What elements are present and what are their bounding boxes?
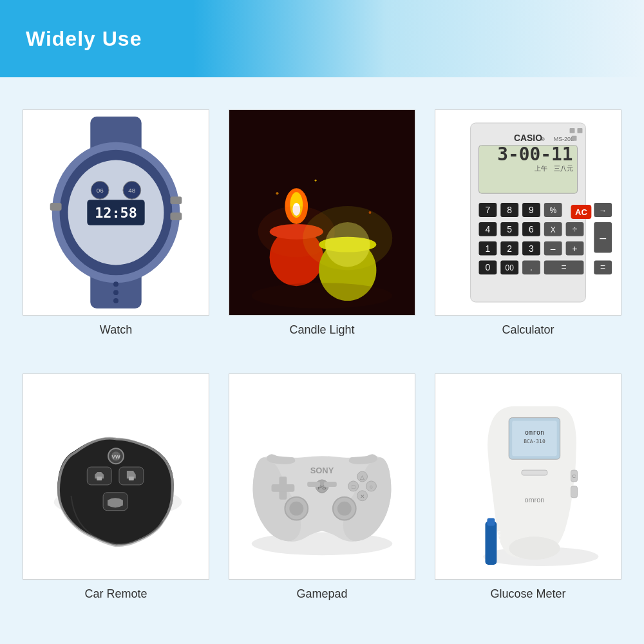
svg-text:○: ○	[370, 484, 373, 490]
svg-text:®: ®	[541, 137, 545, 142]
svg-point-30	[315, 180, 317, 182]
svg-text:+: +	[572, 243, 577, 254]
svg-text:4: 4	[486, 224, 491, 234]
candle-image-box	[229, 109, 415, 316]
car-remote-illustration: VW	[23, 374, 209, 579]
svg-rect-11	[170, 196, 182, 204]
svg-text:.: .	[530, 262, 533, 272]
svg-text:=: =	[562, 262, 567, 272]
svg-text:–: –	[551, 243, 556, 254]
svg-rect-114	[307, 482, 320, 487]
svg-text:3-00-11: 3-00-11	[497, 144, 573, 165]
svg-text:48: 48	[128, 187, 136, 194]
gamepad-label: Gamepad	[296, 587, 347, 601]
svg-text:5: 5	[507, 224, 512, 234]
svg-rect-125	[485, 522, 497, 565]
svg-text:上午　三八元: 上午 三八元	[535, 165, 573, 172]
svg-rect-90	[129, 477, 134, 480]
glucose-meter-image-box: omron BCA-310 C omron omron	[435, 374, 621, 580]
svg-point-15	[113, 290, 118, 295]
svg-point-28	[252, 283, 392, 308]
svg-point-113	[337, 502, 352, 516]
grid-item-candle-light: Candle Light	[219, 103, 425, 367]
svg-rect-88	[97, 477, 102, 480]
svg-point-16	[113, 298, 118, 303]
candle-label: Candle Light	[289, 323, 354, 337]
svg-text:X: X	[551, 225, 556, 234]
svg-rect-115	[324, 482, 337, 487]
svg-point-29	[276, 192, 278, 194]
svg-point-31	[368, 211, 371, 214]
svg-rect-12	[170, 213, 182, 220]
header-banner: Widely Use	[0, 0, 644, 77]
svg-text:BCA-310: BCA-310	[524, 439, 545, 444]
svg-rect-123	[571, 486, 578, 498]
watch-image-box: 12:58 06 48	[23, 109, 209, 316]
svg-text:✕: ✕	[360, 493, 365, 500]
svg-rect-37	[577, 128, 582, 133]
svg-rect-124	[522, 470, 547, 475]
gamepad-illustration: SONY PS △ ○ □ ✕	[229, 374, 415, 579]
svg-point-111	[289, 502, 303, 516]
svg-text:7: 7	[486, 205, 491, 215]
svg-text:→: →	[599, 206, 607, 215]
calculator-label: Calculator	[502, 323, 554, 337]
watch-label: Watch	[100, 323, 132, 337]
svg-text:omron: omron	[497, 531, 501, 544]
grid-item-glucose-meter: omron BCA-310 C omron omron Glucose Mete…	[425, 367, 631, 631]
calculator-illustration: CASIO ® MS-20B 3-00-11 上午 三八元 AC 7	[435, 110, 621, 315]
svg-text:2: 2	[507, 243, 512, 254]
svg-point-95	[252, 532, 392, 555]
svg-text:3: 3	[529, 243, 534, 254]
svg-text:06: 06	[97, 187, 104, 194]
product-grid: 12:58 06 48 Watch	[0, 77, 644, 644]
car-remote-label: Car Remote	[84, 587, 147, 601]
svg-text:=: =	[600, 262, 605, 272]
calculator-image-box: CASIO ® MS-20B 3-00-11 上午 三八元 AC 7	[435, 109, 621, 316]
svg-point-129	[509, 536, 560, 560]
svg-text:0: 0	[486, 262, 491, 272]
svg-text:1: 1	[486, 243, 491, 254]
car-remote-image-box: VW	[23, 374, 209, 580]
svg-text:MS-20B: MS-20B	[554, 136, 574, 142]
svg-text:6: 6	[529, 224, 534, 234]
grid-item-car-remote: VW Car Remote	[13, 367, 219, 631]
svg-text:VW: VW	[112, 454, 120, 460]
svg-text:AC: AC	[575, 207, 587, 217]
grid-item-gamepad: SONY PS △ ○ □ ✕	[219, 367, 425, 631]
svg-point-14	[113, 281, 118, 287]
svg-text:△: △	[360, 474, 365, 480]
grid-item-watch: 12:58 06 48 Watch	[13, 103, 219, 367]
svg-text:%: %	[549, 206, 556, 215]
svg-text:9: 9	[529, 205, 534, 215]
svg-text:8: 8	[507, 205, 512, 215]
svg-rect-38	[572, 136, 577, 141]
svg-rect-97	[272, 484, 295, 492]
svg-text:12:58: 12:58	[95, 205, 137, 221]
glucose-meter-illustration: omron BCA-310 C omron omron	[435, 374, 621, 579]
svg-text:omron: omron	[524, 496, 544, 504]
svg-rect-36	[570, 128, 575, 133]
svg-text:SONY: SONY	[310, 466, 334, 475]
glucose-meter-label: Glucose Meter	[490, 587, 565, 601]
header-title: Widely Use	[13, 22, 155, 56]
svg-text:÷: ÷	[573, 224, 578, 234]
svg-text:CASIO: CASIO	[514, 133, 542, 143]
svg-text:–: –	[600, 231, 606, 244]
watch-illustration: 12:58 06 48	[23, 110, 209, 315]
svg-text:C: C	[573, 473, 576, 479]
svg-text:omron: omron	[525, 429, 544, 436]
svg-text:00: 00	[506, 263, 515, 272]
svg-text:□: □	[352, 484, 355, 490]
grid-item-calculator: CASIO ® MS-20B 3-00-11 上午 三八元 AC 7	[425, 103, 631, 367]
svg-rect-126	[487, 518, 495, 526]
gamepad-image-box: SONY PS △ ○ □ ✕	[229, 374, 415, 580]
svg-point-27	[325, 222, 370, 267]
candle-illustration	[229, 110, 415, 315]
svg-rect-13	[50, 203, 62, 211]
